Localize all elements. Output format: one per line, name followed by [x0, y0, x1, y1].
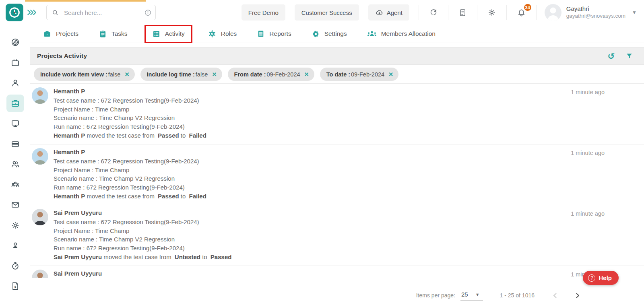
activity-list: Hemanth P Test case name : 672 Regressio… — [30, 83, 644, 278]
briefcase-icon — [6, 95, 24, 112]
activity-run: Run name : 672 Regression Testing(9-Feb-… — [54, 183, 605, 192]
sidebar-item-clients[interactable] — [0, 73, 30, 93]
free-demo-button[interactable]: Free Demo — [242, 4, 285, 21]
tab-tasks[interactable]: Tasks — [98, 26, 128, 42]
activity-item: Hemanth P Test case name : 672 Regressio… — [30, 144, 644, 205]
tab-reports[interactable]: Reports — [256, 26, 292, 42]
agent-button[interactable]: Agent — [368, 4, 409, 21]
notification-badge: 34 — [523, 3, 532, 12]
tab-projects[interactable]: Projects — [42, 25, 79, 42]
pagination: Items per page: 25 ▼ 1 - 25 of 1016 — [416, 290, 580, 301]
tab-roles[interactable]: Roles — [207, 25, 238, 42]
help-button[interactable]: ? Help — [583, 271, 619, 285]
activity-user-name: Sai Prem Uyyuru — [54, 209, 605, 216]
activity-test-case: Test case name : 672 Regression Testing(… — [54, 96, 605, 105]
reset-filters-icon[interactable]: ↺ — [607, 52, 615, 60]
sidebar-item-attendance[interactable] — [0, 256, 30, 276]
expand-sidebar-icon[interactable] — [27, 9, 37, 16]
chevron-down-icon[interactable]: ▼ — [632, 10, 637, 15]
activity-scenario: Scenario name : Time Champ V2 Regression — [54, 235, 605, 244]
activity-test-case: Test case name : 672 Regression Testing(… — [54, 218, 605, 227]
search-icon — [52, 9, 59, 16]
timer-icon — [6, 257, 24, 275]
activity-action: Hemanth P moved the test case from Passe… — [54, 131, 605, 140]
person-icon — [6, 237, 24, 254]
chip-label: Include log time — [147, 71, 191, 78]
user-menu[interactable]: Gayathri gayathri@snovasys.com — [566, 5, 625, 20]
sidebar-item-dashboard[interactable] — [0, 32, 30, 53]
chevron-down-icon: ▼ — [475, 292, 480, 297]
sidebar-item-devices[interactable] — [0, 113, 30, 134]
tab-label: Tasks — [111, 30, 128, 37]
next-page-icon[interactable] — [575, 293, 580, 299]
list-icon — [152, 30, 161, 38]
tab-members-allocation[interactable]: Members Allocation — [366, 25, 436, 42]
sidebar-item-mail[interactable] — [0, 195, 30, 215]
help-label: Help — [599, 274, 612, 281]
mail-icon — [6, 196, 24, 214]
refresh-icon[interactable] — [419, 5, 448, 20]
activity-item: Sai Prem Uyyuru Test case name : 672 Reg… — [30, 205, 644, 266]
avatar — [32, 148, 48, 165]
avatar — [32, 209, 48, 225]
chip-label: To date — [326, 71, 347, 78]
tab-label: Activity — [165, 30, 185, 37]
activity-project: Project Name : Time Champ — [54, 105, 605, 114]
activity-scenario: Scenario name : Time Champ V2 Regression — [54, 174, 605, 183]
search-input[interactable] — [64, 9, 144, 16]
user-icon — [6, 74, 24, 92]
svg-text:$: $ — [14, 285, 16, 289]
target-icon — [6, 33, 24, 51]
sidebar-item-invoices[interactable]: $ — [0, 276, 30, 297]
tab-activity[interactable]: Activity — [144, 25, 192, 43]
customer-success-label: Customer Success — [301, 9, 352, 16]
activity-timestamp: 1 minute ago — [571, 150, 605, 156]
user-avatar[interactable] — [545, 4, 561, 21]
module-nav: Projects Tasks Activity Roles Reports Se… — [30, 25, 644, 43]
monitor-icon — [6, 115, 24, 132]
chip-value: false — [108, 71, 121, 78]
sidebar-item-profile[interactable] — [0, 235, 30, 256]
previous-page-icon[interactable] — [552, 293, 557, 299]
top-accent-strip — [25, 0, 146, 2]
customer-success-button[interactable]: Customer Success — [295, 4, 359, 21]
tab-label: Settings — [324, 30, 347, 37]
bell-icon[interactable]: 34 — [506, 5, 537, 20]
pagination-range: 1 - 25 of 1016 — [500, 292, 535, 299]
card-icon — [6, 135, 24, 153]
items-per-page-select[interactable]: 25 ▼ — [460, 290, 483, 301]
sidebar-item-users[interactable] — [0, 154, 30, 175]
activity-timestamp: 1 minute ago — [571, 210, 605, 217]
close-icon[interactable]: ✕ — [304, 71, 309, 78]
users-icon — [6, 155, 24, 173]
page-title: Projects Activity — [37, 52, 87, 60]
sidebar-item-screens[interactable] — [0, 53, 30, 73]
close-icon[interactable]: ✕ — [124, 71, 129, 78]
chip-value: 09-Feb-2024 — [267, 71, 300, 78]
tab-label: Roles — [221, 30, 237, 37]
close-icon[interactable]: ✕ — [212, 71, 217, 78]
tab-label: Projects — [56, 30, 78, 37]
sidebar-item-billing[interactable] — [0, 134, 30, 155]
app-logo[interactable] — [6, 4, 23, 21]
invoice-icon: $ — [6, 277, 24, 295]
sidebar-item-projects[interactable] — [0, 93, 30, 114]
activity-user-name: Sai Prem Uyyuru — [54, 270, 605, 277]
gear-icon[interactable] — [477, 5, 506, 20]
activity-action: Sai Prem Uyyuru moved the test case from… — [54, 253, 605, 262]
activity-item: Sai Prem Uyyuru Test case name : 672 Reg… — [30, 266, 644, 278]
question-mark-icon: ? — [588, 274, 595, 282]
close-icon[interactable]: ✕ — [388, 71, 393, 78]
briefcase-icon — [43, 29, 52, 38]
activity-run: Run name : 672 Regression Testing(9-Feb-… — [54, 122, 605, 131]
team-icon — [367, 29, 377, 38]
tab-settings[interactable]: Settings — [311, 26, 348, 42]
sidebar-item-settings[interactable] — [0, 215, 30, 236]
sidebar-item-teams[interactable] — [0, 175, 30, 195]
document-icon[interactable] — [448, 5, 477, 20]
activity-user-name: Hemanth P — [54, 148, 605, 155]
clock-logo-icon — [8, 6, 21, 19]
info-icon[interactable] — [144, 9, 152, 16]
user-email: gayathri@snovasys.com — [566, 13, 625, 20]
filter-icon[interactable] — [625, 52, 633, 60]
